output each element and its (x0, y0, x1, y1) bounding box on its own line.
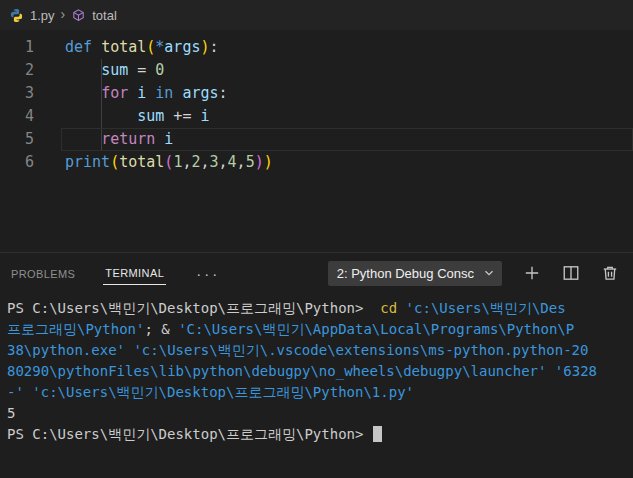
terminal-line: 5 (7, 403, 633, 424)
breadcrumb: 1.py › total (0, 0, 633, 30)
code-text: print(total(1,2,3,4,5)) (65, 151, 273, 174)
code-text: def total(*args): (65, 36, 219, 59)
line-number: 2 (0, 59, 34, 82)
terminal-output[interactable]: PS C:\Users\백민기\Desktop\프로그래밍\Python> cd… (0, 293, 633, 478)
code-text: sum += i (65, 105, 210, 128)
code-text: return i (65, 128, 173, 151)
indent-guide (101, 82, 102, 105)
indent-guide (101, 105, 102, 128)
kill-terminal-button[interactable] (601, 264, 619, 282)
code-line: 5 return i (0, 128, 633, 151)
code-line: 3 for i in args: (0, 82, 633, 105)
code-editor[interactable]: 1def total(*args):2 sum = 03 for i in ar… (0, 30, 633, 252)
code-line: 4 sum += i (0, 105, 633, 128)
terminal-line: 80290\pythonFiles\lib\python\debugpy\no_… (7, 361, 633, 382)
split-pane-icon (562, 264, 580, 282)
code-line: 2 sum = 0 (0, 59, 633, 82)
tab-problems[interactable]: PROBLEMS (9, 262, 77, 285)
code-line: 6print(total(1,2,3,4,5)) (0, 151, 633, 174)
code-text: for i in args: (65, 82, 228, 105)
tab-terminal[interactable]: TERMINAL (103, 261, 166, 285)
chevron-down-icon (482, 266, 496, 280)
terminal-line: PS C:\Users\백민기\Desktop\프로그래밍\Python> (7, 424, 633, 445)
split-terminal-button[interactable] (562, 264, 580, 282)
panel-header: PROBLEMS TERMINAL ··· 2: Python Debug Co… (0, 252, 633, 293)
line-number: 5 (0, 128, 34, 151)
code-text: sum = 0 (65, 59, 164, 82)
new-terminal-button[interactable] (523, 264, 541, 282)
terminal-line: 프로그래밍\Python'; & 'C:\Users\백민기\AppData\L… (7, 319, 633, 340)
vscode-window: 1.py › total 1def total(*args):2 sum = 0… (0, 0, 633, 478)
trash-icon (601, 264, 619, 282)
line-number: 6 (0, 151, 34, 174)
terminal-controls: 2: Python Debug Consc (328, 261, 619, 286)
chevron-right-icon: › (61, 7, 66, 21)
line-number: 3 (0, 82, 34, 105)
line-number: 1 (0, 36, 34, 59)
terminal-line: 38\python.exe' 'c:\Users\백민기\.vscode\ext… (7, 340, 633, 361)
terminal-cursor (373, 426, 382, 442)
plus-icon (523, 264, 541, 282)
indent-guide (101, 128, 102, 151)
breadcrumb-file[interactable]: 1.py (30, 8, 55, 23)
terminal-line: -' 'c:\Users\백민기\Desktop\프로그래밍\Python\1.… (7, 382, 633, 403)
symbol-cube-icon (71, 8, 86, 23)
python-file-icon (9, 8, 24, 23)
breadcrumb-symbol[interactable]: total (92, 8, 117, 23)
code-line: 1def total(*args): (0, 36, 633, 59)
indent-guide (101, 59, 102, 82)
terminal-picker-label: 2: Python Debug Consc (337, 266, 474, 281)
line-number: 4 (0, 105, 34, 128)
panel-more-actions-button[interactable]: ··· (192, 265, 224, 282)
terminal-line: PS C:\Users\백민기\Desktop\프로그래밍\Python> cd… (7, 298, 633, 319)
terminal-picker-dropdown[interactable]: 2: Python Debug Consc (328, 261, 502, 286)
